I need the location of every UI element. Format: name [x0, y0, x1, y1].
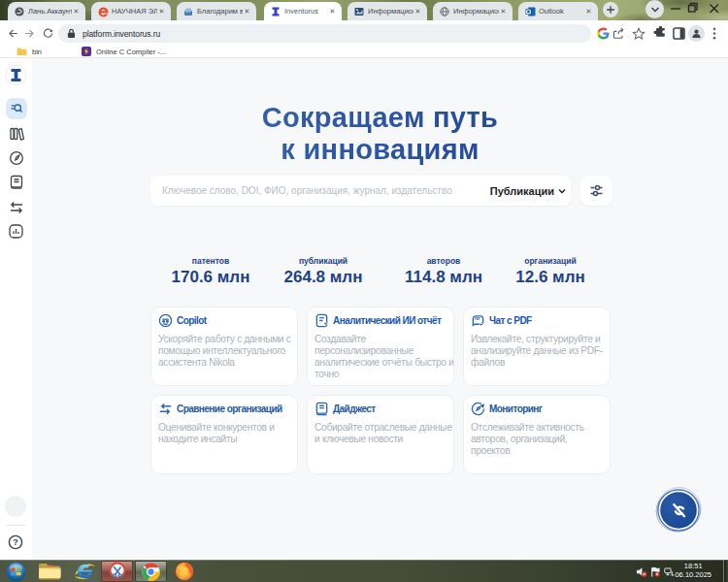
svg-text:?: ?: [13, 537, 18, 547]
svg-text:PDF: PDF: [475, 317, 480, 321]
